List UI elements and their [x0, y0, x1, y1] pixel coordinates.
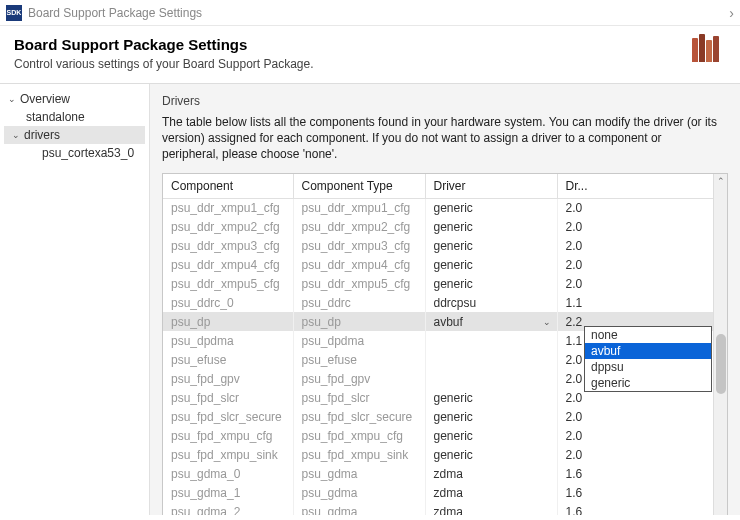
scrollbar-thumb[interactable]: [716, 334, 726, 394]
cell-component-type: psu_gdma: [293, 483, 425, 502]
cell-driver[interactable]: [425, 331, 557, 350]
cell-version[interactable]: 2.0: [557, 255, 713, 274]
cell-component-type: psu_gdma: [293, 502, 425, 515]
cell-component-type: psu_ddrc: [293, 293, 425, 312]
chevron-down-icon[interactable]: ⌄: [543, 317, 551, 327]
cell-driver[interactable]: generic: [425, 388, 557, 407]
dropdown-option-avbuf[interactable]: avbuf: [585, 343, 711, 359]
table-row[interactable]: psu_ddr_xmpu4_cfgpsu_ddr_xmpu4_cfggeneri…: [163, 255, 713, 274]
cell-component-type: psu_fpd_slcr_secure: [293, 407, 425, 426]
cell-component: psu_ddr_xmpu2_cfg: [163, 217, 293, 236]
tree-item-standalone[interactable]: standalone: [4, 108, 145, 126]
cell-component: psu_fpd_xmpu_sink: [163, 445, 293, 464]
cell-driver[interactable]: generic: [425, 198, 557, 217]
cell-version[interactable]: 2.0: [557, 407, 713, 426]
col-component[interactable]: Component: [163, 174, 293, 199]
cell-driver[interactable]: zdma: [425, 502, 557, 515]
table-row[interactable]: psu_fpd_xmpu_sinkpsu_fpd_xmpu_sinkgeneri…: [163, 445, 713, 464]
page-title: Board Support Package Settings: [14, 36, 692, 53]
dropdown-option-generic[interactable]: generic: [585, 375, 711, 391]
col-driver-version[interactable]: Dr...: [557, 174, 713, 199]
col-driver[interactable]: Driver: [425, 174, 557, 199]
cell-version[interactable]: 1.6: [557, 502, 713, 515]
cell-component: psu_efuse: [163, 350, 293, 369]
header: Board Support Package Settings Control v…: [0, 26, 740, 83]
table-row[interactable]: psu_ddr_xmpu5_cfgpsu_ddr_xmpu5_cfggeneri…: [163, 274, 713, 293]
cell-component: psu_ddr_xmpu4_cfg: [163, 255, 293, 274]
cell-version[interactable]: 1.6: [557, 483, 713, 502]
titlebar: SDK Board Support Package Settings ›: [0, 0, 740, 26]
cell-component-type: psu_dp: [293, 312, 425, 331]
page-description: Control various settings of your Board S…: [14, 57, 692, 71]
panel-title: Drivers: [162, 94, 728, 108]
cell-version[interactable]: 2.0: [557, 274, 713, 293]
chevron-down-icon[interactable]: ⌄: [12, 130, 22, 140]
cell-component: psu_dpdma: [163, 331, 293, 350]
cell-driver[interactable]: generic: [425, 274, 557, 293]
cell-component-type: psu_ddr_xmpu5_cfg: [293, 274, 425, 293]
tree-item-drivers[interactable]: ⌄ drivers: [4, 126, 145, 144]
table-row[interactable]: psu_fpd_slcr_securepsu_fpd_slcr_securege…: [163, 407, 713, 426]
vertical-scrollbar[interactable]: ⌃: [713, 174, 727, 515]
cell-version[interactable]: 1.1: [557, 293, 713, 312]
cell-component-type: psu_ddr_xmpu4_cfg: [293, 255, 425, 274]
cell-driver[interactable]: generic: [425, 217, 557, 236]
tree-item-overview[interactable]: ⌄ Overview: [4, 90, 145, 108]
cell-component-type: psu_efuse: [293, 350, 425, 369]
cell-component: psu_gdma_1: [163, 483, 293, 502]
cell-driver[interactable]: zdma: [425, 464, 557, 483]
cell-driver[interactable]: [425, 350, 557, 369]
cell-component-type: psu_fpd_gpv: [293, 369, 425, 388]
cell-version[interactable]: 2.0: [557, 426, 713, 445]
table-row[interactable]: psu_gdma_0psu_gdmazdma1.6: [163, 464, 713, 483]
cell-version[interactable]: 2.0: [557, 236, 713, 255]
cell-component-type: psu_gdma: [293, 464, 425, 483]
cell-driver[interactable]: generic: [425, 407, 557, 426]
table-row[interactable]: psu_ddrc_0psu_ddrcddrcpsu1.1: [163, 293, 713, 312]
col-component-type[interactable]: Component Type: [293, 174, 425, 199]
panel-description: The table below lists all the components…: [162, 114, 728, 163]
dropdown-option-dppsu[interactable]: dppsu: [585, 359, 711, 375]
table-row[interactable]: psu_ddr_xmpu1_cfgpsu_ddr_xmpu1_cfggeneri…: [163, 198, 713, 217]
cell-driver[interactable]: [425, 369, 557, 388]
cell-component: psu_dp: [163, 312, 293, 331]
dropdown-option-none[interactable]: none: [585, 327, 711, 343]
cell-component-type: psu_fpd_slcr: [293, 388, 425, 407]
cell-driver[interactable]: ddrcpsu: [425, 293, 557, 312]
cell-component-type: psu_ddr_xmpu3_cfg: [293, 236, 425, 255]
scroll-up-icon[interactable]: ⌃: [717, 176, 725, 186]
cell-version[interactable]: 2.0: [557, 198, 713, 217]
cell-driver[interactable]: generic: [425, 236, 557, 255]
table-row[interactable]: psu_fpd_xmpu_cfgpsu_fpd_xmpu_cfggeneric2…: [163, 426, 713, 445]
books-icon: [692, 34, 726, 64]
cell-component: psu_ddrc_0: [163, 293, 293, 312]
cell-component: psu_fpd_slcr: [163, 388, 293, 407]
app-icon: SDK: [6, 5, 22, 21]
cell-component: psu_gdma_2: [163, 502, 293, 515]
cell-driver[interactable]: avbuf⌄: [425, 312, 557, 331]
cell-component-type: psu_fpd_xmpu_cfg: [293, 426, 425, 445]
tree-item-psu-cortexa53[interactable]: psu_cortexa53_0: [4, 144, 145, 162]
table-row[interactable]: psu_ddr_xmpu2_cfgpsu_ddr_xmpu2_cfggeneri…: [163, 217, 713, 236]
window-title: Board Support Package Settings: [28, 6, 202, 20]
cell-driver[interactable]: generic: [425, 445, 557, 464]
cell-version[interactable]: 2.0: [557, 217, 713, 236]
cell-driver[interactable]: generic: [425, 426, 557, 445]
table-header-row: Component Component Type Driver Dr...: [163, 174, 713, 199]
table-row[interactable]: psu_gdma_2psu_gdmazdma1.6: [163, 502, 713, 515]
cell-component-type: psu_ddr_xmpu2_cfg: [293, 217, 425, 236]
main-panel: Drivers The table below lists all the co…: [150, 84, 740, 515]
chevron-down-icon[interactable]: ⌄: [8, 94, 18, 104]
cell-component-type: psu_ddr_xmpu1_cfg: [293, 198, 425, 217]
cell-driver[interactable]: zdma: [425, 483, 557, 502]
table-row[interactable]: psu_gdma_1psu_gdmazdma1.6: [163, 483, 713, 502]
table-row[interactable]: psu_ddr_xmpu3_cfgpsu_ddr_xmpu3_cfggeneri…: [163, 236, 713, 255]
close-icon[interactable]: ›: [729, 5, 734, 21]
cell-component: psu_gdma_0: [163, 464, 293, 483]
cell-component: psu_ddr_xmpu1_cfg: [163, 198, 293, 217]
driver-select-dropdown[interactable]: none avbuf dppsu generic: [584, 326, 712, 392]
cell-version[interactable]: 1.6: [557, 464, 713, 483]
cell-component: psu_fpd_slcr_secure: [163, 407, 293, 426]
cell-version[interactable]: 2.0: [557, 445, 713, 464]
cell-driver[interactable]: generic: [425, 255, 557, 274]
